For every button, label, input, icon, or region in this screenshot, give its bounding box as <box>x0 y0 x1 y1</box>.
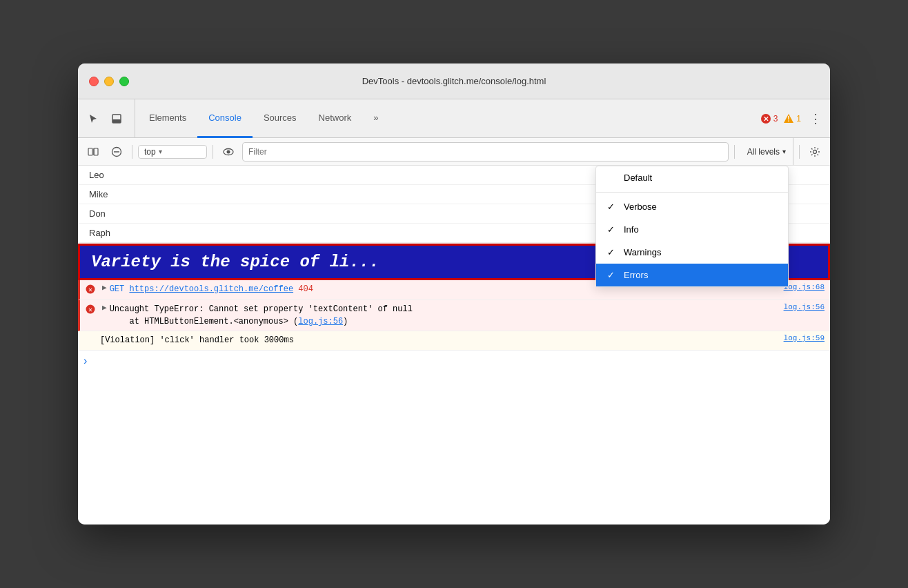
entry-file-2[interactable]: log.js:56 <box>776 303 825 311</box>
dropdown-item-info[interactable]: ✓ Info <box>596 218 788 241</box>
window-title: DevTools - devtools.glitch.me/console/lo… <box>362 76 546 86</box>
http-method: GET <box>110 284 130 294</box>
settings-button[interactable] <box>805 142 825 161</box>
entry-sublink[interactable]: log.js:56 <box>298 317 343 326</box>
entry-text-3: [Violation] 'click' handler took 3000ms <box>100 334 776 346</box>
context-select-arrow: ▾ <box>159 148 162 155</box>
svg-text:✕: ✕ <box>88 306 92 314</box>
tab-icons <box>83 99 135 137</box>
expand-arrow-1[interactable]: ▶ <box>102 283 107 292</box>
minimize-button[interactable] <box>104 77 114 86</box>
toolbar-divider-1 <box>132 145 132 159</box>
tabs-bar: Elements Console Sources Network » ✕ 3 <box>78 99 830 138</box>
toolbar-divider-2 <box>213 145 213 159</box>
checkmark-default <box>607 173 618 183</box>
maximize-button[interactable] <box>119 77 129 86</box>
svg-text:✕: ✕ <box>763 115 769 123</box>
filter-input[interactable] <box>242 142 729 161</box>
console-entry-typeerror: ✕ ▶ Uncaught TypeError: Cannot set prope… <box>78 300 830 331</box>
entry-line-1: Uncaught TypeError: Cannot set property … <box>110 303 776 315</box>
tabs-right: ✕ 3 ! 1 ⋮ <box>760 99 825 137</box>
dropdown-item-errors[interactable]: ✓ Errors <box>596 264 788 286</box>
close-button[interactable] <box>89 77 99 86</box>
dock-icon[interactable] <box>107 109 126 128</box>
warn-badge: ! 1 <box>783 113 801 124</box>
svg-text:!: ! <box>788 115 790 123</box>
console-entries: ✕ ▶ GET https://devtools.glitch.me/coffe… <box>78 280 830 351</box>
dropdown-item-default[interactable]: Default <box>596 166 788 189</box>
devtools-more-button[interactable]: ⋮ <box>807 108 825 129</box>
checkmark-verbose: ✓ <box>607 202 618 212</box>
levels-dropdown-menu: Default ✓ Verbose ✓ Info ✓ Warnings ✓ <box>595 166 789 287</box>
checkmark-info: ✓ <box>607 224 618 235</box>
expand-arrow-2[interactable]: ▶ <box>102 303 107 312</box>
tab-network[interactable]: Network <box>308 99 363 138</box>
entry-file-3[interactable]: log.js:59 <box>776 334 825 342</box>
entry-url[interactable]: https://devtools.glitch.me/coffee <box>129 284 293 294</box>
levels-arrow-icon: ▾ <box>782 148 786 155</box>
eye-button[interactable] <box>219 142 238 161</box>
context-select[interactable]: top ▾ <box>138 145 207 159</box>
dropdown-item-warnings[interactable]: ✓ Warnings <box>596 241 788 264</box>
tab-more[interactable]: » <box>362 99 389 138</box>
devtools-window: DevTools - devtools.glitch.me/console/lo… <box>78 63 830 525</box>
checkmark-warnings: ✓ <box>607 247 618 257</box>
clear-console-button[interactable] <box>107 142 126 161</box>
console-entry-warning: [Violation] 'click' handler took 3000ms … <box>78 331 830 351</box>
svg-rect-7 <box>94 148 98 155</box>
traffic-lights <box>89 77 129 86</box>
toolbar-divider-4 <box>799 145 800 159</box>
error-icon-2: ✕ <box>86 304 99 317</box>
tab-sources[interactable]: Sources <box>253 99 308 138</box>
tab-console[interactable]: Console <box>197 99 253 138</box>
levels-dropdown-button[interactable]: All levels ▾ <box>740 138 793 165</box>
toolbar-divider-3 <box>734 145 735 159</box>
entry-line-2: at HTMLButtonElement.<anonymous> (log.js… <box>110 315 776 328</box>
sidebar-toggle-button[interactable] <box>83 142 103 161</box>
cursor-icon[interactable] <box>83 109 103 128</box>
checkmark-errors: ✓ <box>607 270 618 280</box>
error-icon-1: ✕ <box>86 284 99 297</box>
svg-rect-1 <box>112 119 121 123</box>
console-toolbar: top ▾ All levels ▾ <box>78 138 830 166</box>
svg-rect-6 <box>88 148 92 155</box>
svg-text:✕: ✕ <box>88 286 92 294</box>
dropdown-item-verbose[interactable]: ✓ Verbose <box>596 195 788 218</box>
dropdown-separator <box>596 192 788 193</box>
titlebar: DevTools - devtools.glitch.me/console/lo… <box>78 63 830 99</box>
tab-elements[interactable]: Elements <box>138 99 197 138</box>
svg-point-12 <box>227 150 230 153</box>
status-code: 404 <box>298 284 313 294</box>
svg-point-13 <box>813 150 817 153</box>
main-content: Leo Mike Don Raph Variety is the spice o… <box>78 166 830 525</box>
entry-text-2: Uncaught TypeError: Cannot set property … <box>110 303 776 328</box>
error-badge: ✕ 3 <box>760 113 778 124</box>
prompt-arrow: › <box>83 355 87 367</box>
console-prompt[interactable]: › <box>78 351 830 371</box>
warn-icon <box>83 335 97 345</box>
